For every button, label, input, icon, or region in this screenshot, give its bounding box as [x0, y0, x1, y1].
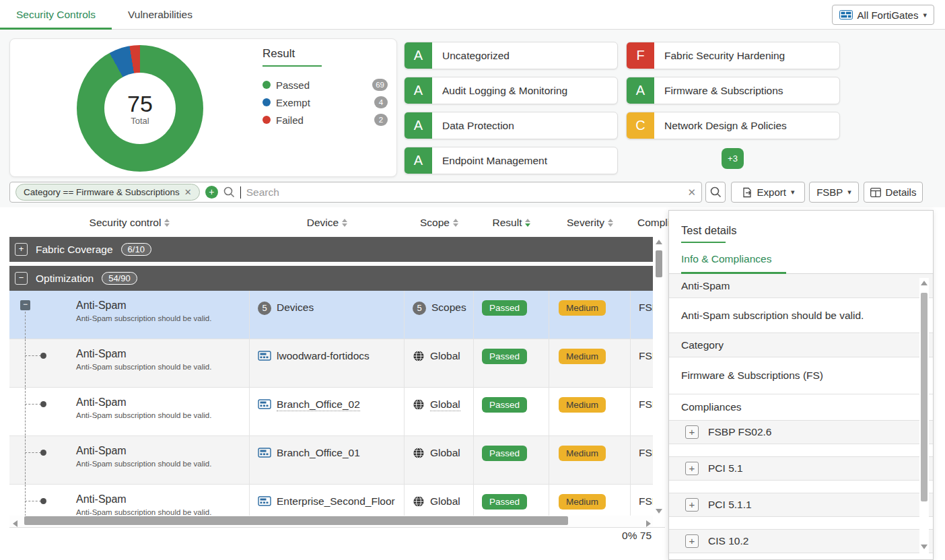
result-badge: Passed — [482, 300, 527, 316]
expand-icon[interactable]: + — [685, 534, 699, 548]
category-label: Endpoint Management — [432, 147, 547, 174]
filter-search-input[interactable]: Category == Firmware & Subscriptions ✕ +… — [9, 182, 702, 203]
expand-icon[interactable]: + — [685, 498, 699, 512]
scroll-down-icon[interactable] — [656, 509, 662, 514]
grade-badge: A — [405, 112, 432, 139]
remove-filter-icon[interactable]: ✕ — [184, 187, 192, 197]
expand-icon[interactable]: + — [685, 425, 699, 439]
table-row[interactable]: Anti-Spam Anti-Spam subscription should … — [9, 388, 653, 436]
tree-connector — [25, 404, 41, 405]
expand-icon[interactable]: + — [685, 462, 699, 475]
table-row[interactable]: Anti-Spam Anti-Spam subscription should … — [9, 339, 653, 388]
filter-chip[interactable]: Category == Firmware & Subscriptions ✕ — [15, 184, 200, 201]
sort-icon — [608, 219, 613, 227]
device-cell-label[interactable]: Enterprise_Second_Floor — [277, 495, 395, 508]
device-cell-label[interactable]: Branch_Office_02 — [277, 398, 360, 411]
table-row[interactable]: Anti-Spam Anti-Spam subscription should … — [9, 436, 653, 485]
details-toggle-button[interactable]: Details — [864, 182, 923, 203]
tab-info-compliances[interactable]: Info & Compliances — [681, 253, 786, 274]
scroll-right-icon[interactable] — [646, 520, 651, 527]
tab-security-controls[interactable]: Security Controls — [0, 0, 112, 29]
control-title: Anti-Spam — [76, 298, 249, 313]
detail-section-value: Firmware & Subscriptions (FS) — [669, 357, 933, 394]
export-button[interactable]: Export ▾ — [731, 182, 805, 203]
tree-connector — [25, 485, 26, 516]
device-cell-label[interactable]: Branch_Office_01 — [277, 447, 360, 459]
severity-badge: Medium — [559, 446, 606, 461]
table-vertical-scrollbar[interactable] — [654, 237, 664, 526]
clear-search-icon[interactable]: ✕ — [687, 186, 696, 199]
row-collapse-icon[interactable]: − — [20, 300, 30, 310]
horizontal-scroll-thumb[interactable] — [24, 516, 568, 525]
tree-node-dot — [40, 401, 46, 407]
legend-item-failed[interactable]: Failed 2 — [262, 111, 388, 129]
group-row-fabric-coverage[interactable]: + Fabric Coverage 6/10 — [9, 237, 653, 262]
tab-vulnerabilities[interactable]: Vulnerabilities — [112, 0, 209, 29]
scroll-up-icon[interactable] — [656, 240, 662, 244]
category-card-uncategorized[interactable]: A Uncategorized — [404, 42, 618, 69]
control-subtitle: Anti-Spam subscription should be valid. — [76, 411, 249, 419]
search-button[interactable] — [705, 182, 726, 203]
scope-count-badge: 5 — [413, 302, 426, 315]
compliance-item-cis-10-2[interactable]: + CIS 10.2 — [669, 529, 933, 553]
result-badge: Passed — [482, 397, 527, 413]
panel-title: Test details — [681, 224, 737, 237]
control-title: Anti-Spam — [76, 395, 249, 410]
scroll-down-icon[interactable] — [921, 545, 928, 549]
collapse-icon[interactable]: − — [15, 272, 28, 285]
expand-icon[interactable]: + — [15, 243, 28, 256]
result-badge: Passed — [482, 446, 527, 461]
all-fortigates-dropdown[interactable]: All FortiGates ▾ — [832, 5, 934, 25]
panel-vertical-scrollbar[interactable] — [919, 278, 929, 560]
column-header-result[interactable]: Result — [474, 217, 549, 229]
scroll-left-icon[interactable] — [13, 520, 18, 527]
control-title: Anti-Spam — [76, 492, 249, 507]
text-cursor — [240, 186, 241, 199]
category-label: Firmware & Subscriptions — [654, 77, 783, 104]
more-categories-button[interactable]: +3 — [722, 148, 744, 169]
filter-chip-label: Category == Firmware & Subscriptions — [24, 187, 180, 197]
category-card-endpoint-management[interactable]: A Endpoint Management — [404, 147, 618, 174]
sort-icon-active — [525, 219, 530, 227]
compliance-item-fsbp[interactable]: + FSBP FS02.6 — [669, 420, 933, 444]
scope-cell-label[interactable]: Global — [430, 398, 460, 411]
chevron-down-icon: ▾ — [791, 188, 795, 197]
category-card-firmware-subscriptions[interactable]: A Firmware & Subscriptions — [626, 77, 840, 104]
table-horizontal-scrollbar[interactable] — [9, 516, 653, 526]
legend-item-exempt[interactable]: Exempt 4 — [262, 94, 388, 111]
details-label: Details — [886, 186, 917, 198]
compliance-item-pci-5-1[interactable]: + PCI 5.1 — [669, 456, 933, 481]
column-header-severity[interactable]: Severity — [549, 217, 631, 229]
category-card-network-design-policies[interactable]: C Network Design & Policies — [626, 112, 840, 139]
group-row-optimization[interactable]: − Optimization 54/90 — [9, 266, 653, 291]
table-header-row: Security control Device Scope Result Sev… — [9, 210, 665, 236]
globe-icon — [413, 495, 425, 508]
legend-item-passed[interactable]: Passed 69 — [262, 76, 388, 94]
tree-node-dot — [40, 353, 46, 359]
vertical-scroll-thumb[interactable] — [656, 250, 662, 277]
scroll-up-icon[interactable] — [921, 281, 928, 285]
column-header-security-control[interactable]: Security control — [9, 217, 250, 229]
table-row[interactable]: Anti-Spam Anti-Spam subscription should … — [9, 485, 653, 516]
grade-badge: C — [627, 112, 654, 139]
category-card-data-protection[interactable]: A Data Protection — [404, 112, 618, 139]
category-card-fabric-security-hardening[interactable]: F Fabric Security Hardening — [626, 42, 840, 69]
result-badge: Passed — [482, 494, 527, 510]
column-header-compliance[interactable]: Compliance — [631, 217, 665, 229]
scope-cell-label[interactable]: Global — [430, 495, 460, 508]
export-icon — [742, 187, 753, 198]
compliance-item-pci-5-1-1[interactable]: + PCI 5.1.1 — [669, 493, 933, 517]
add-filter-icon[interactable]: + — [205, 186, 218, 199]
column-header-scope[interactable]: Scope — [405, 217, 474, 229]
column-header-device[interactable]: Device — [250, 217, 405, 229]
group-count-badge: 6/10 — [121, 243, 151, 256]
donut-total-value: 75 — [127, 92, 153, 116]
severity-badge: Medium — [559, 300, 606, 316]
category-card-audit-logging[interactable]: A Audit Logging & Monitoring — [404, 77, 618, 104]
panel-scroll-thumb[interactable] — [921, 293, 928, 501]
device-cell-label[interactable]: lwoodward-fortidocs — [277, 350, 370, 362]
scope-cell-label[interactable]: Global — [430, 447, 460, 459]
fsbp-dropdown[interactable]: FSBP ▾ — [809, 182, 859, 203]
scope-cell-label[interactable]: Global — [430, 350, 460, 362]
table-row[interactable]: − Anti-Spam Anti-Spam subscription shoul… — [9, 291, 653, 339]
